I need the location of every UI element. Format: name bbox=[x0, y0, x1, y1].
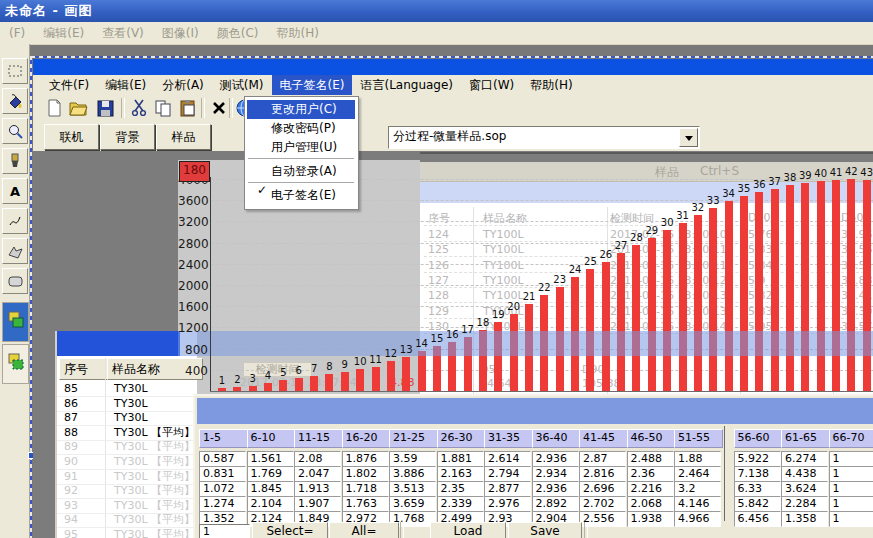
button-样品[interactable]: 样品 bbox=[156, 124, 211, 150]
grid-cell[interactable]: 3.513 bbox=[389, 481, 436, 497]
grid-cell[interactable]: 2.877 bbox=[484, 481, 531, 497]
row-count-input[interactable]: 1 bbox=[199, 524, 250, 538]
grid-cell[interactable]: 0.831 bbox=[199, 466, 246, 482]
paint-menu-item-5[interactable]: 帮助(H) bbox=[267, 23, 327, 44]
combobox-dropdown-icon[interactable] bbox=[679, 128, 698, 147]
grid-header-6-10[interactable]: 6-10 bbox=[247, 429, 296, 448]
sample-list-header-id[interactable]: 序号 bbox=[59, 358, 111, 380]
grid-cell[interactable]: 2.047 bbox=[294, 466, 341, 482]
grid-header-16-20[interactable]: 16-20 bbox=[342, 429, 391, 448]
cut-button[interactable] bbox=[129, 98, 149, 118]
grid-header-61-65[interactable]: 61-65 bbox=[781, 429, 830, 448]
grid-cell[interactable]: 2.614 bbox=[484, 451, 531, 467]
grid-header-46-50[interactable]: 46-50 bbox=[627, 429, 676, 448]
grid-cell[interactable]: 1.845 bbox=[247, 481, 294, 497]
grid-cell[interactable]: 3.59 bbox=[389, 451, 436, 467]
sample-row-89[interactable]: 89TY30L 【平均】 bbox=[57, 440, 197, 455]
menu-item-2[interactable]: 用户管理(U) bbox=[247, 138, 355, 157]
grid-cell[interactable]: 2.794 bbox=[484, 466, 531, 482]
grid-cell[interactable]: 2.216 bbox=[627, 481, 674, 497]
magnifier-tool-button[interactable] bbox=[2, 118, 28, 144]
grid-header-21-25[interactable]: 21-25 bbox=[389, 429, 438, 448]
sample-row-95[interactable]: 95TY30L 【平均】 bbox=[57, 528, 197, 538]
sample-row-92[interactable]: 92TY30L 【平均】 bbox=[57, 484, 197, 499]
grid-cell[interactable]: 1 bbox=[829, 511, 873, 527]
sample-row-86[interactable]: 86TY30L bbox=[57, 397, 197, 412]
selection-ants-left[interactable] bbox=[30, 56, 32, 538]
grid-cell[interactable]: 1.88 bbox=[674, 451, 721, 467]
sample-row-90[interactable]: 90TY30L 【平均】 bbox=[57, 455, 197, 470]
grid-cell[interactable]: 3.659 bbox=[389, 496, 436, 512]
grid-cell[interactable]: 1.718 bbox=[342, 481, 389, 497]
grid-cell[interactable]: 2.068 bbox=[627, 496, 674, 512]
grid-cell[interactable]: 2.892 bbox=[532, 496, 579, 512]
grid-cell[interactable]: 1.358 bbox=[781, 511, 828, 527]
grid-cell[interactable]: 6.456 bbox=[734, 511, 781, 527]
grid-cell[interactable]: 2.936 bbox=[532, 451, 579, 467]
paste-transparent-option[interactable] bbox=[2, 344, 29, 384]
text-tool-button[interactable]: A bbox=[2, 178, 28, 204]
grid-cell[interactable]: 1.938 bbox=[627, 511, 674, 527]
grid-cell[interactable]: 2.339 bbox=[437, 496, 484, 512]
grid-cell[interactable]: 1.907 bbox=[294, 496, 341, 512]
grid-header-41-45[interactable]: 41-45 bbox=[579, 429, 628, 448]
app-menu-item-6[interactable]: 窗口(W) bbox=[461, 75, 522, 96]
menu-item-4[interactable]: 自动登录(A)✓ bbox=[247, 162, 355, 181]
rounded-rect-tool-button[interactable] bbox=[2, 268, 28, 294]
grid-cell[interactable]: 3.624 bbox=[781, 481, 828, 497]
grid-button-Select=[interactable]: Select= bbox=[252, 522, 328, 538]
grid-cell[interactable]: 6.33 bbox=[734, 481, 781, 497]
sample-row-87[interactable]: 87TY30L bbox=[57, 411, 197, 426]
grid-cell[interactable]: 2.488 bbox=[627, 451, 674, 467]
new-button[interactable] bbox=[44, 98, 64, 118]
app-menu-item-1[interactable]: 编辑(E) bbox=[97, 75, 154, 96]
sample-row-91[interactable]: 91TY30L 【平均】 bbox=[57, 470, 197, 485]
app-menu-item-0[interactable]: 文件(F) bbox=[41, 75, 97, 96]
grid-cell[interactable]: 1.561 bbox=[247, 451, 294, 467]
app-menu-item-3[interactable]: 测试(M) bbox=[212, 75, 272, 96]
grid-cell[interactable]: 1.274 bbox=[199, 496, 246, 512]
grid-cell[interactable]: 3.886 bbox=[389, 466, 436, 482]
grid-cell[interactable]: 1 bbox=[829, 496, 873, 512]
grid-cell[interactable]: 4.438 bbox=[781, 466, 828, 482]
grid-button-Load[interactable]: Load bbox=[430, 522, 506, 538]
grid-header-66-70[interactable]: 66-70 bbox=[829, 429, 873, 448]
grid-cell[interactable]: 2.464 bbox=[674, 466, 721, 482]
grid-cell[interactable]: 2.934 bbox=[532, 466, 579, 482]
grid-cell[interactable]: 1.763 bbox=[342, 496, 389, 512]
grid-cell[interactable]: 0.587 bbox=[199, 451, 246, 467]
polygon-tool-button[interactable] bbox=[2, 238, 28, 264]
grid-button-All=[interactable]: All= bbox=[329, 522, 399, 538]
open-button[interactable] bbox=[69, 98, 89, 118]
grid-cell[interactable]: 1 bbox=[829, 481, 873, 497]
button-背景[interactable]: 背景 bbox=[100, 124, 155, 150]
grid-cell[interactable]: 4.966 bbox=[674, 511, 721, 527]
menu-item-0[interactable]: 更改用户(C) bbox=[247, 100, 355, 119]
grid-cell[interactable]: 1.881 bbox=[437, 451, 484, 467]
fill-tool-button[interactable] bbox=[2, 88, 28, 114]
grid-cell[interactable]: 1.913 bbox=[294, 481, 341, 497]
sop-combobox[interactable]: 分过程-微量样品.sop bbox=[388, 126, 700, 149]
grid-header-26-30[interactable]: 26-30 bbox=[437, 429, 486, 448]
paint-menu-item-0[interactable]: (F) bbox=[0, 23, 34, 44]
copy-button[interactable] bbox=[153, 98, 173, 118]
sample-row-93[interactable]: 93TY30L 【平均】 bbox=[57, 499, 197, 514]
select-rect-tool-button[interactable] bbox=[2, 58, 28, 84]
grid-header-36-40[interactable]: 36-40 bbox=[532, 429, 581, 448]
grid-cell[interactable]: 1.802 bbox=[342, 466, 389, 482]
grid-cell[interactable]: 7.138 bbox=[734, 466, 781, 482]
menu-item-1[interactable]: 修改密码(P) bbox=[247, 119, 355, 138]
distribution-grid-titlebar[interactable] bbox=[197, 398, 873, 424]
grid-cell[interactable]: 2.976 bbox=[484, 496, 531, 512]
grid-cell[interactable]: 1.072 bbox=[199, 481, 246, 497]
brush-tool-button[interactable] bbox=[2, 148, 28, 174]
grid-cell[interactable]: 2.936 bbox=[532, 481, 579, 497]
grid-header-11-15[interactable]: 11-15 bbox=[294, 429, 343, 448]
grid-cell[interactable]: 2.35 bbox=[437, 481, 484, 497]
app-menu-item-5[interactable]: 语言(Language) bbox=[352, 75, 461, 96]
app-menu-signature[interactable]: 电子签名(E) bbox=[272, 75, 353, 96]
grid-cell[interactable]: 2.163 bbox=[437, 466, 484, 482]
grid-cell[interactable]: 4.146 bbox=[674, 496, 721, 512]
grid-cell[interactable]: 5.922 bbox=[734, 451, 781, 467]
grid-cell[interactable]: 2.87 bbox=[579, 451, 626, 467]
